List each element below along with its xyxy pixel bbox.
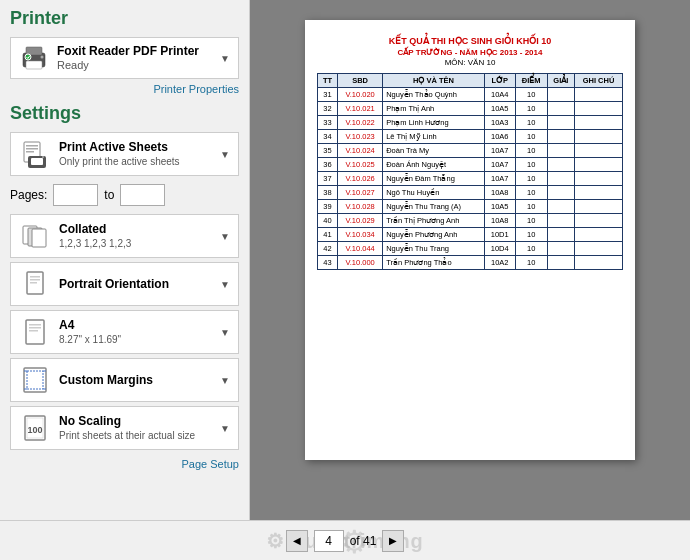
orientation-icon (19, 268, 51, 300)
margins-arrow[interactable]: ▼ (220, 375, 230, 386)
svg-rect-20 (29, 324, 41, 326)
table-cell: 10D1 (484, 228, 515, 242)
table-cell: 36 (318, 158, 338, 172)
table-cell (547, 228, 574, 242)
svg-rect-21 (29, 327, 41, 329)
paper-size-setting[interactable]: A4 8.27" x 11.69" ▼ (10, 310, 239, 354)
table-cell: 10 (515, 228, 547, 242)
table-cell (547, 102, 574, 116)
svg-rect-18 (30, 282, 37, 284)
table-cell: V.10.034 (338, 228, 383, 242)
svg-rect-6 (26, 145, 38, 147)
col-hoten: HỌ VÀ TÊN (383, 74, 485, 88)
paper-size-text: A4 8.27" x 11.69" (59, 318, 220, 346)
paper-size-arrow[interactable]: ▼ (220, 327, 230, 338)
table-cell (574, 242, 622, 256)
table-row: 34V.10.023Lê Thị Mỹ Linh10A610 (318, 130, 623, 144)
table-row: 38V.10.027Ngô Thu Huyền10A810 (318, 186, 623, 200)
table-cell: 10A3 (484, 116, 515, 130)
table-row: 36V.10.025Đoàn Ánh Nguyệt10A710 (318, 158, 623, 172)
table-cell: 10 (515, 214, 547, 228)
table-cell: Nguyễn Đàm Thắng (383, 172, 485, 186)
table-cell (547, 256, 574, 270)
print-scope-icon (19, 138, 51, 170)
svg-rect-7 (26, 148, 38, 150)
print-scope-arrow[interactable]: ▼ (220, 149, 230, 160)
orientation-label: Portrait Orientation (59, 277, 220, 291)
margins-setting[interactable]: Custom Margins ▼ (10, 358, 239, 402)
preview-mon: MÔN: VĂN 10 (317, 58, 623, 67)
scaling-label: No Scaling (59, 414, 220, 428)
svg-point-11 (42, 156, 44, 158)
table-cell: 31 (318, 88, 338, 102)
table-cell: V.10.022 (338, 116, 383, 130)
table-row: 41V.10.034Nguyễn Phương Anh10D110 (318, 228, 623, 242)
collated-sub: 1,2,3 1,2,3 1,2,3 (59, 238, 131, 249)
scaling-arrow[interactable]: ▼ (220, 423, 230, 434)
print-scope-setting[interactable]: Print Active Sheets Only print the activ… (10, 132, 239, 176)
table-cell: 10 (515, 144, 547, 158)
left-panel: Printer Foxit Reader PDF Printer Ready ▼… (0, 0, 250, 520)
printer-icon (19, 43, 49, 73)
table-cell: Ngô Thu Huyền (383, 186, 485, 200)
printer-dropdown-arrow[interactable]: ▼ (220, 53, 230, 64)
collated-arrow[interactable]: ▼ (220, 231, 230, 242)
table-cell (547, 172, 574, 186)
table-cell: 10 (515, 200, 547, 214)
orientation-arrow[interactable]: ▼ (220, 279, 230, 290)
svg-rect-14 (32, 229, 46, 247)
table-cell: 42 (318, 242, 338, 256)
settings-title: Settings (10, 103, 239, 124)
table-row: 43V.10.000Trần Phương Thảo10A210 (318, 256, 623, 270)
table-cell (574, 172, 622, 186)
table-cell (574, 158, 622, 172)
next-page-button[interactable]: ▶ (382, 530, 404, 552)
page-number-input[interactable] (314, 530, 344, 552)
pages-to-input[interactable] (120, 184, 165, 206)
print-scope-text: Print Active Sheets Only print the activ… (59, 140, 220, 168)
table-cell (547, 130, 574, 144)
table-cell: Nguyễn Thu Trang (A) (383, 200, 485, 214)
orientation-setting[interactable]: Portrait Orientation ▼ (10, 262, 239, 306)
prev-page-button[interactable]: ◀ (286, 530, 308, 552)
table-cell: 10 (515, 256, 547, 270)
table-cell: 35 (318, 144, 338, 158)
printer-status-text: Ready (57, 59, 89, 71)
table-cell: 39 (318, 200, 338, 214)
table-cell (547, 158, 574, 172)
svg-rect-22 (29, 330, 38, 332)
table-cell (547, 144, 574, 158)
printer-selector[interactable]: Foxit Reader PDF Printer Ready ▼ (10, 37, 239, 79)
printer-properties-link[interactable]: Printer Properties (10, 83, 239, 95)
printer-name-text: Foxit Reader PDF Printer (57, 44, 220, 58)
table-cell: Nguyễn Thu Trang (383, 242, 485, 256)
table-cell: V.10.025 (338, 158, 383, 172)
preview-panel: KẾT QUẢ THI HỌC SINH GIỎI KHỐI 10 CẤP TR… (250, 0, 690, 520)
table-cell: 34 (318, 130, 338, 144)
scaling-setting[interactable]: 100 No Scaling Print sheets at their act… (10, 406, 239, 450)
table-cell (574, 130, 622, 144)
pages-from-input[interactable] (53, 184, 98, 206)
table-row: 39V.10.028Nguyễn Thu Trang (A)10A510 (318, 200, 623, 214)
printer-name-block: Foxit Reader PDF Printer Ready (57, 44, 220, 72)
table-cell: Lê Thị Mỹ Linh (383, 130, 485, 144)
table-cell: 10 (515, 88, 547, 102)
table-cell: 10 (515, 186, 547, 200)
table-cell: V.10.024 (338, 144, 383, 158)
page-setup-link[interactable]: Page Setup (10, 458, 239, 470)
col-giai: GIẢI (547, 74, 574, 88)
margins-text: Custom Margins (59, 373, 220, 387)
margins-icon (19, 364, 51, 396)
bottom-bar: ⚙ ⚙ quantrimang ◀ of 41 ▶ (0, 520, 690, 560)
table-cell: Đoàn Trà My (383, 144, 485, 158)
table-cell: 10A4 (484, 88, 515, 102)
col-diem: ĐIỂM (515, 74, 547, 88)
collated-setting[interactable]: Collated 1,2,3 1,2,3 1,2,3 ▼ (10, 214, 239, 258)
col-lop: LỚP (484, 74, 515, 88)
table-cell: 10D4 (484, 242, 515, 256)
table-cell: 10 (515, 116, 547, 130)
table-cell (574, 200, 622, 214)
svg-text:100: 100 (27, 425, 42, 435)
col-tt: TT (318, 74, 338, 88)
col-ghichu: GHI CHÚ (574, 74, 622, 88)
